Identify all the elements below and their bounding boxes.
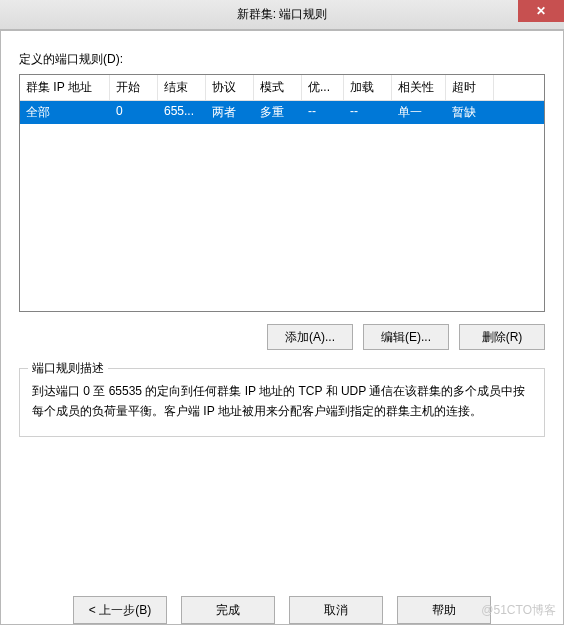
col-header-affinity[interactable]: 相关性 [392, 75, 446, 100]
cell-protocol: 两者 [206, 101, 254, 124]
description-fieldset: 端口规则描述 到达端口 0 至 65535 的定向到任何群集 IP 地址的 TC… [19, 368, 545, 437]
col-header-cluster-ip[interactable]: 群集 IP 地址 [20, 75, 110, 100]
port-rules-list[interactable]: 群集 IP 地址 开始 结束 协议 模式 优... 加载 相关性 超时 全部 0… [19, 74, 545, 312]
close-icon: ✕ [536, 4, 546, 18]
cell-cluster-ip: 全部 [20, 101, 110, 124]
col-header-timeout[interactable]: 超时 [446, 75, 494, 100]
cell-affinity: 单一 [392, 101, 446, 124]
cell-end: 655... [158, 101, 206, 124]
description-text: 到达端口 0 至 65535 的定向到任何群集 IP 地址的 TCP 和 UDP… [32, 381, 532, 422]
edit-button[interactable]: 编辑(E)... [363, 324, 449, 350]
finish-button[interactable]: 完成 [181, 596, 275, 624]
cell-priority: -- [302, 101, 344, 124]
window-title: 新群集: 端口规则 [237, 6, 328, 23]
cell-mode: 多重 [254, 101, 302, 124]
wizard-button-row: < 上一步(B) 完成 取消 帮助 [19, 596, 545, 624]
table-row[interactable]: 全部 0 655... 两者 多重 -- -- 单一 暂缺 [20, 101, 544, 124]
title-bar: 新群集: 端口规则 ✕ [0, 0, 564, 30]
col-header-load[interactable]: 加载 [344, 75, 392, 100]
cancel-button[interactable]: 取消 [289, 596, 383, 624]
dialog-body: 定义的端口规则(D): 群集 IP 地址 开始 结束 协议 模式 优... 加载… [0, 30, 564, 625]
col-header-protocol[interactable]: 协议 [206, 75, 254, 100]
col-header-priority[interactable]: 优... [302, 75, 344, 100]
port-rules-label: 定义的端口规则(D): [19, 51, 545, 68]
help-button[interactable]: 帮助 [397, 596, 491, 624]
list-header: 群集 IP 地址 开始 结束 协议 模式 优... 加载 相关性 超时 [20, 75, 544, 101]
close-button[interactable]: ✕ [518, 0, 564, 22]
col-header-end[interactable]: 结束 [158, 75, 206, 100]
cell-start: 0 [110, 101, 158, 124]
cell-load: -- [344, 101, 392, 124]
col-header-start[interactable]: 开始 [110, 75, 158, 100]
add-button[interactable]: 添加(A)... [267, 324, 353, 350]
back-button[interactable]: < 上一步(B) [73, 596, 167, 624]
rule-button-row: 添加(A)... 编辑(E)... 删除(R) [19, 324, 545, 350]
description-legend: 端口规则描述 [28, 360, 108, 377]
cell-timeout: 暂缺 [446, 101, 494, 124]
remove-button[interactable]: 删除(R) [459, 324, 545, 350]
col-header-mode[interactable]: 模式 [254, 75, 302, 100]
